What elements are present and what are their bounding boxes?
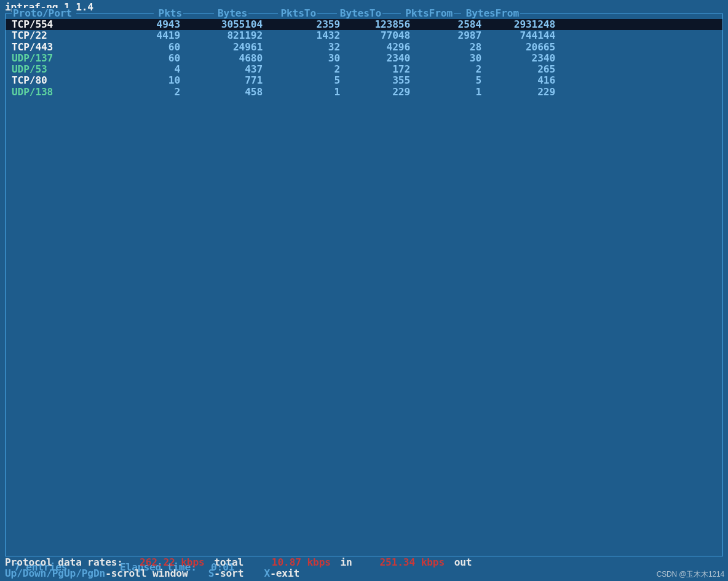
cell-bytesTo: 123856 <box>340 19 410 30</box>
data-rows[interactable]: TCP/55449433055104235912385625842931248T… <box>6 19 722 98</box>
cell-proto: TCP/443 <box>6 42 101 53</box>
cell-pktsTo: 30 <box>263 53 340 64</box>
cell-bytesTo: 355 <box>340 75 410 86</box>
header-pktsto: PktsTo <box>278 8 317 19</box>
cell-pkts: 10 <box>101 75 180 86</box>
cell-bytes: 24961 <box>180 42 263 53</box>
cell-pkts: 4943 <box>101 19 180 30</box>
rate-total-label: total <box>210 557 247 568</box>
cell-bytes: 4680 <box>180 53 263 64</box>
cell-bytes: 771 <box>180 75 263 86</box>
cell-bytesFrom: 2931248 <box>481 19 555 30</box>
help-line: Up/Down/PgUp/PgDn-scroll window S-sort X… <box>5 568 723 579</box>
rate-out-label: out <box>451 557 472 568</box>
header-pktsfrom: PktsFrom <box>401 8 454 19</box>
cell-pkts: 60 <box>101 53 180 64</box>
cell-pktsFrom: 30 <box>410 53 481 64</box>
table-row[interactable]: UDP/53443721722265 <box>6 64 722 75</box>
cell-proto: UDP/138 <box>6 87 101 98</box>
cell-pktsTo: 1 <box>263 87 340 98</box>
cell-proto: UDP/53 <box>6 64 101 75</box>
table-row[interactable]: TCP/44360249613242962820665 <box>6 42 722 53</box>
table-row[interactable]: UDP/138245812291229 <box>6 87 722 98</box>
cell-bytesFrom: 20665 <box>481 42 555 53</box>
cell-bytesTo: 2340 <box>340 53 410 64</box>
help-key-scroll: Up/Down/PgUp/PgDn <box>5 567 105 579</box>
help-text-scroll: -scroll window <box>105 567 188 579</box>
cell-pkts: 60 <box>101 42 180 53</box>
cell-bytesTo: 172 <box>340 64 410 75</box>
cell-pktsTo: 5 <box>263 75 340 86</box>
stats-panel: Proto/Port Pkts Bytes PktsTo BytesTo Pkt… <box>5 14 723 556</box>
cell-pkts: 4419 <box>101 30 180 41</box>
cell-pktsFrom: 2 <box>410 64 481 75</box>
header-bytesto: BytesTo <box>337 8 382 19</box>
cell-bytesTo: 4296 <box>340 42 410 53</box>
watermark: CSDN @玉木木1214 <box>657 569 724 580</box>
cell-bytesFrom: 265 <box>481 64 555 75</box>
status-prefix: Protocol data rates: <box>5 557 131 568</box>
cell-pktsFrom: 5 <box>410 75 481 86</box>
header-bytesfrom: BytesFrom <box>461 8 520 19</box>
cell-pktsFrom: 2584 <box>410 19 481 30</box>
cell-bytes: 3055104 <box>180 19 263 30</box>
rate-out: 251.34 kbps <box>367 557 445 568</box>
cell-proto: TCP/22 <box>6 30 101 41</box>
cell-bytesFrom: 744144 <box>481 30 555 41</box>
cell-proto: UDP/137 <box>6 53 101 64</box>
cell-pkts: 4 <box>101 64 180 75</box>
help-text-sort: -sort <box>214 567 243 579</box>
header-bytes: Bytes <box>214 8 248 19</box>
cell-bytesFrom: 229 <box>481 87 555 98</box>
cell-pktsTo: 2359 <box>263 19 340 30</box>
cell-bytes: 458 <box>180 87 263 98</box>
cell-pktsTo: 1432 <box>263 30 340 41</box>
table-row[interactable]: TCP/801077153555416 <box>6 75 722 86</box>
cell-pktsTo: 32 <box>263 42 340 53</box>
column-headers: Proto/Port Pkts Bytes PktsTo BytesTo Pkt… <box>6 8 722 19</box>
cell-bytesTo: 229 <box>340 87 410 98</box>
cell-pktsTo: 2 <box>263 64 340 75</box>
header-proto: Proto/Port <box>12 8 76 19</box>
rate-in-label: in <box>336 557 361 568</box>
cell-bytesFrom: 416 <box>481 75 555 86</box>
cell-bytesFrom: 2340 <box>481 53 555 64</box>
cell-bytesTo: 77048 <box>340 30 410 41</box>
cell-bytes: 437 <box>180 64 263 75</box>
table-row[interactable]: UDP/137604680302340302340 <box>6 53 722 64</box>
cell-proto: TCP/554 <box>6 19 101 30</box>
cell-pkts: 2 <box>101 87 180 98</box>
header-pkts: Pkts <box>154 8 183 19</box>
help-key-exit: X <box>264 567 271 579</box>
cell-proto: TCP/80 <box>6 75 101 86</box>
cell-pktsFrom: 1 <box>410 87 481 98</box>
cell-bytes: 821192 <box>180 30 263 41</box>
table-row[interactable]: TCP/55449433055104235912385625842931248 <box>6 19 722 30</box>
rate-in: 10.87 kbps <box>253 557 331 568</box>
cell-pktsFrom: 28 <box>410 42 481 53</box>
table-row[interactable]: TCP/2244198211921432770482987744144 <box>6 30 722 41</box>
status-line: Protocol data rates: 262.22 kbps total 1… <box>5 557 723 568</box>
rate-total: 262.22 kbps <box>137 557 205 568</box>
help-text-exit: -exit <box>270 567 299 579</box>
help-key-sort: S <box>208 567 215 579</box>
cell-pktsFrom: 2987 <box>410 30 481 41</box>
